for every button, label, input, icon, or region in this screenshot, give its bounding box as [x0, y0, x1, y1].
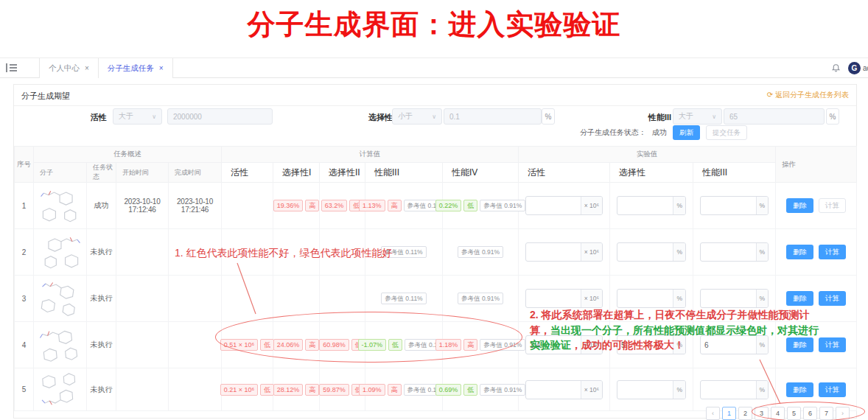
next-page-button[interactable]: › [836, 407, 850, 420]
exp-perf3-input[interactable] [701, 243, 755, 261]
user-name: admin [863, 64, 868, 72]
page-button-2[interactable]: 2 [738, 407, 752, 420]
calc-activity-cell: 0.21 × 10⁶ 低 [222, 368, 273, 411]
end-time-cell [169, 322, 222, 368]
value-tag: -1.07% [358, 339, 387, 351]
level-tag: 低 [463, 384, 477, 396]
delete-button[interactable]: 删除 [786, 382, 813, 397]
selectivity-operator-select[interactable]: 小于∨ [392, 108, 442, 125]
avatar[interactable]: G [848, 62, 861, 74]
exp-activity-input[interactable] [526, 381, 581, 399]
tab-label: 分子生成任务 [108, 63, 154, 74]
col-header-calc-selectivity1: 选择性I [273, 163, 320, 183]
exp-perf3-input[interactable] [701, 197, 755, 214]
calc-selectivity1-cell: 28.12% 高 [273, 368, 320, 411]
page-button-6[interactable]: 6 [803, 407, 817, 420]
back-to-task-list-link[interactable]: ⟳ 返回分子生成任务列表 [767, 85, 849, 105]
page-button-7[interactable]: 7 [819, 407, 833, 420]
calculate-button[interactable]: 计算 [819, 337, 846, 352]
exp-activity-input[interactable] [526, 290, 581, 307]
page-title: 分子生成界面：进入实验验证 [0, 6, 868, 43]
prev-page-button[interactable]: ‹ [706, 407, 720, 420]
level-tag: 高 [463, 339, 477, 351]
notification-bell-icon[interactable] [831, 62, 841, 75]
status-cell: 成功 [87, 183, 116, 229]
molecule-cell [34, 229, 87, 276]
exp-activity-input[interactable] [526, 197, 581, 214]
page-button-4[interactable]: 4 [771, 407, 785, 420]
page-button-3[interactable]: 3 [755, 407, 769, 420]
calc-perf4-cell: 参考值 0.91% [443, 276, 519, 322]
activity-unit-addon: × 10⁶ [581, 197, 602, 214]
seq-cell: 3 [15, 276, 34, 322]
exp-perf3-cell: % [693, 229, 776, 276]
end-time-cell [169, 368, 222, 411]
reference-tag: 参考值 0.11% [381, 293, 426, 304]
close-icon[interactable]: × [159, 64, 164, 72]
reference-tag: 参考值 0.91% [480, 200, 525, 211]
generation-status-label: 分子生成任务状态： [580, 127, 646, 138]
percent-addon: % [673, 197, 685, 214]
exp-perf3-input[interactable] [701, 290, 755, 307]
page-button-5[interactable]: 5 [787, 407, 801, 420]
col-header-task-status: 任务状态 [87, 163, 116, 183]
molecule-cell [34, 322, 87, 368]
activity-value-input[interactable]: 2000000 [167, 108, 273, 125]
col-header-end-time: 完成时间 [169, 163, 222, 183]
value-tag: 0.51 × 10⁶ [220, 339, 259, 351]
activity-operator-select[interactable]: 大于∨ [113, 108, 162, 125]
tab-personal-center[interactable]: 个人中心 × [39, 58, 99, 78]
actions-cell: 删除 计算 [776, 183, 857, 229]
reference-tag: 参考值 0.91% [458, 293, 503, 304]
exp-perf3-input[interactable] [701, 381, 755, 399]
exp-selectivity-input[interactable] [617, 197, 673, 214]
calc-perf3-cell: -1.07% 低 参考值 0.11% [365, 322, 443, 368]
close-icon[interactable]: × [85, 64, 89, 72]
calculate-button[interactable]: 计算 [819, 198, 846, 213]
exp-selectivity-input[interactable] [617, 243, 673, 261]
card-header: 分子生成期望 ⟳ 返回分子生成任务列表 [14, 85, 856, 106]
calc-perf4-cell: 参考值 0.91% [443, 229, 519, 276]
exp-activity-input[interactable] [526, 243, 581, 261]
exp-selectivity-input[interactable] [617, 290, 673, 307]
table-row: 1 成功 2023-10-10 17:12:46 2023-10-10 17:2… [15, 183, 857, 229]
percent-addon: % [756, 381, 769, 399]
delete-button[interactable]: 删除 [786, 198, 813, 213]
calculate-button[interactable]: 计算 [819, 291, 846, 306]
level-tag: 高 [305, 384, 319, 396]
tab-molecule-generation-task[interactable]: 分子生成任务 × [98, 58, 173, 78]
selectivity-value-input[interactable]: 0.1 [444, 108, 542, 125]
col-header-molecule: 分子 [34, 163, 87, 183]
col-header-calc-perf3: 性能III [365, 163, 443, 183]
molecule-cell [34, 276, 87, 322]
table-row: 5 未执行 0.21 × 10⁶ 低 [15, 368, 857, 411]
actions-cell: 删除 计算 [776, 368, 857, 411]
molecule-cell [34, 183, 87, 229]
perf3-value-input[interactable]: 65 [724, 108, 825, 125]
status-controls: 分子生成任务状态： 成功 刷新 提交任务 [580, 125, 747, 140]
sidebar-collapse-icon[interactable] [6, 63, 19, 74]
col-header-exp-perf3: 性能III [693, 163, 776, 183]
annotation-note-2: 2. 将此系统部署在超算上，日夜不停生成分子并做性能预测计算，当出现一个分子，所… [530, 307, 822, 353]
filter-selectivity-label: 选择性 [368, 112, 393, 123]
delete-button[interactable]: 删除 [786, 291, 813, 306]
calculate-button[interactable]: 计算 [819, 245, 846, 259]
calc-perf4-cell: 1.18% 高 参考值 0.91% [443, 322, 519, 368]
activity-unit-addon: × 10⁶ [581, 381, 602, 399]
exp-selectivity-input[interactable] [617, 381, 673, 399]
refresh-button[interactable]: 刷新 [673, 125, 700, 140]
start-time-cell [116, 229, 169, 276]
molecule-structure [34, 370, 86, 409]
page-button-1[interactable]: 1 [722, 407, 736, 420]
exp-selectivity-cell: % [610, 368, 693, 411]
calc-perf4-cell: 0.22% 低 参考值 0.91% [443, 183, 519, 229]
perf3-operator-select[interactable]: 大于∨ [673, 108, 722, 125]
reference-tag: 参考值 0.91% [480, 384, 525, 396]
submit-task-button[interactable]: 提交任务 [706, 125, 747, 140]
value-tag: 0.69% [435, 384, 462, 396]
delete-button[interactable]: 删除 [786, 245, 813, 259]
calculate-button[interactable]: 计算 [819, 382, 846, 397]
activity-unit-addon: × 10⁶ [581, 243, 602, 261]
chevron-down-icon: ∨ [152, 113, 156, 120]
exp-activity-cell: × 10⁶ [519, 368, 610, 411]
